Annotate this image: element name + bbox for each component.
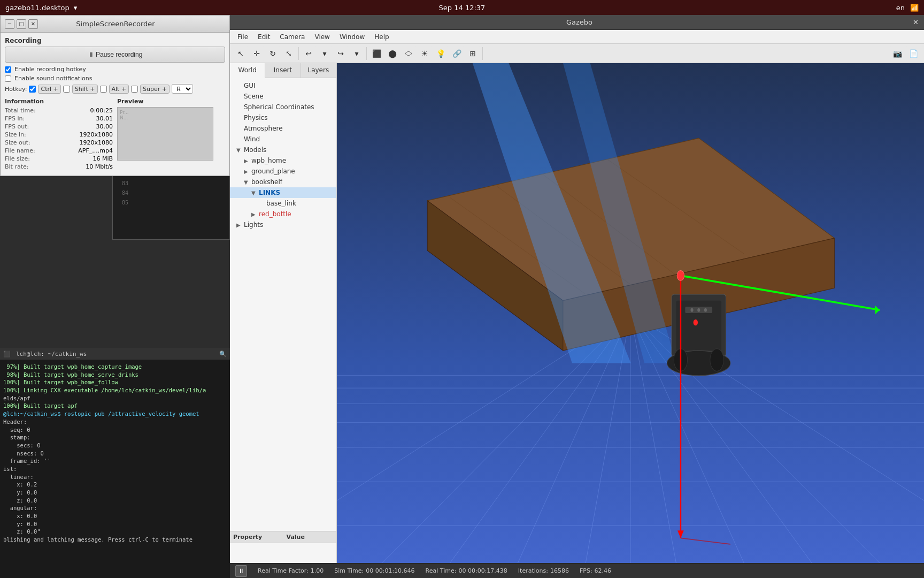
tree-item[interactable]: ▶ ground_plane <box>230 166 336 177</box>
fps-label: FPS: <box>580 567 592 574</box>
tree-label: LINKS <box>259 189 280 196</box>
super-checkbox[interactable] <box>131 86 138 93</box>
sphere-button[interactable]: ⬤ <box>385 46 400 61</box>
close-button[interactable]: ✕ <box>28 19 38 29</box>
fps-out-row: FPS out: 30.00 <box>5 123 113 130</box>
tree-item[interactable]: base_link <box>230 198 336 209</box>
ctrl-checkbox[interactable] <box>29 86 36 93</box>
terminal-search-icon[interactable]: 🔍 <box>219 351 227 358</box>
terminal-line: z: 0.0 <box>3 497 227 505</box>
svg-rect-0 <box>337 63 924 563</box>
pause-recording-button[interactable]: ⏸ Pause recording <box>5 47 225 63</box>
svg-marker-38 <box>875 306 880 314</box>
screenshot-button[interactable]: 📄 <box>906 46 921 61</box>
system-bar-right: en 📶 <box>896 4 919 12</box>
tree-item[interactable]: GUI <box>230 80 336 91</box>
fps-out-value: 30.00 <box>96 123 113 130</box>
tree-item[interactable]: ▼ bookshelf <box>230 177 336 187</box>
pause-status-button[interactable]: ⏸ <box>235 565 247 577</box>
left-panel: ⬛ lch@lch: ~/catkin_ws 🔍 97%] Built targ… <box>0 15 230 578</box>
svg-point-34 <box>691 308 694 312</box>
tree-item[interactable]: Wind <box>230 134 336 144</box>
ssr-title: SimpleScreenRecorder <box>38 20 193 28</box>
joint-button[interactable]: 🔗 <box>449 46 464 61</box>
tree-item[interactable]: ▶ red_bottle <box>230 209 336 219</box>
tree-label: Spherical Coordinates <box>244 103 314 111</box>
terminal-line: Header: <box>3 418 227 426</box>
code-line: 85 <box>115 197 227 207</box>
terminal[interactable]: ⬛ lch@lch: ~/catkin_ws 🔍 97%] Built targ… <box>0 348 230 578</box>
enable-hotkey-label: Enable recording hotkey <box>14 66 86 73</box>
hotkey-key-select[interactable]: R <box>172 84 193 94</box>
super-chip: Super + <box>140 85 170 94</box>
alt-chip: Alt + <box>109 85 129 94</box>
record-button[interactable]: 📷 <box>890 46 905 61</box>
tree-item[interactable]: ▶ Lights <box>230 219 336 230</box>
iterations-value: 16586 <box>550 567 569 574</box>
svg-line-22 <box>450 197 590 298</box>
tree-item[interactable]: ▼ Models <box>230 144 336 155</box>
bitrate-value: 10 Mbit/s <box>86 163 113 170</box>
gazebo-menubar: File Edit Camera View Window Help <box>230 30 924 44</box>
grid-button[interactable]: ⊞ <box>465 46 480 61</box>
enable-hotkey-checkbox[interactable] <box>5 66 11 73</box>
tab-insert[interactable]: Insert <box>265 63 301 78</box>
svg-point-30 <box>667 351 730 376</box>
dropdown-arrow[interactable]: ▾ <box>74 4 78 12</box>
menu-camera[interactable]: Camera <box>275 32 309 42</box>
menu-file[interactable]: File <box>233 32 252 42</box>
rotate-tool-button[interactable]: ↻ <box>265 46 280 61</box>
menu-edit[interactable]: Edit <box>253 32 274 42</box>
terminal-line: x: 0.0 <box>3 512 227 520</box>
terminal-line: y: 0.0 <box>3 520 227 528</box>
alt-checkbox[interactable] <box>100 86 107 93</box>
redo-button[interactable]: ↪ <box>333 46 348 61</box>
cylinder-button[interactable]: ⬭ <box>401 46 416 61</box>
ssr-titlebar: − □ ✕ SimpleScreenRecorder <box>1 16 229 33</box>
ssr-window-controls: − □ ✕ <box>5 19 38 29</box>
lang-indicator[interactable]: en <box>896 4 905 12</box>
undo-button[interactable]: ↩ <box>301 46 316 61</box>
app-name[interactable]: gazebo11.desktop <box>5 4 70 12</box>
move-tool-button[interactable]: ✛ <box>249 46 264 61</box>
tree-item[interactable]: Atmosphere <box>230 123 336 134</box>
shift-checkbox[interactable] <box>63 86 70 93</box>
filename-value: APF_....mp4 <box>78 147 113 154</box>
maximize-button[interactable]: □ <box>17 19 26 29</box>
svg-marker-19 <box>427 138 834 301</box>
enable-sound-checkbox[interactable] <box>5 75 11 82</box>
light-point-button[interactable]: 💡 <box>433 46 448 61</box>
preview-section: Preview Pr...N... <box>117 98 225 171</box>
tab-world[interactable]: World <box>230 63 265 78</box>
tree-arrow: ▶ <box>244 158 249 164</box>
tree-item[interactable]: Scene <box>230 91 336 102</box>
select-tool-button[interactable]: ↖ <box>233 46 248 61</box>
recording-section: Recording ⏸ Pause recording Enable recor… <box>5 37 225 94</box>
menu-view[interactable]: View <box>310 32 334 42</box>
tree-item[interactable]: ▼ LINKS <box>230 187 336 198</box>
terminal-line: z: 0.0" <box>3 528 227 536</box>
menu-window[interactable]: Window <box>335 32 369 42</box>
svg-marker-26 <box>473 63 631 363</box>
tree-item[interactable]: ▶ wpb_home <box>230 155 336 166</box>
value-col-label: Value <box>283 531 337 543</box>
svg-line-24 <box>541 172 681 278</box>
minimize-button[interactable]: − <box>5 19 14 29</box>
svg-point-32 <box>710 349 723 371</box>
3d-viewport[interactable] <box>337 63 924 563</box>
redo-dropdown[interactable]: ▾ <box>349 46 364 61</box>
scale-tool-button[interactable]: ⤡ <box>281 46 296 61</box>
tab-layers[interactable]: Layers <box>301 63 336 78</box>
tree-item[interactable]: Physics <box>230 112 336 123</box>
svg-marker-40 <box>677 530 684 538</box>
tree-item[interactable]: Spherical Coordinates <box>230 102 336 112</box>
light-sun-button[interactable]: ☀ <box>417 46 432 61</box>
menu-help[interactable]: Help <box>370 32 393 42</box>
undo-dropdown[interactable]: ▾ <box>317 46 332 61</box>
terminal-line: elds/apf <box>3 394 227 402</box>
box-button[interactable]: ⬛ <box>369 46 384 61</box>
gazebo-close-icon[interactable]: ✕ <box>913 18 919 26</box>
toolbar-sep-1 <box>298 47 299 60</box>
tree-label: Models <box>244 146 266 154</box>
svg-rect-29 <box>676 301 721 351</box>
